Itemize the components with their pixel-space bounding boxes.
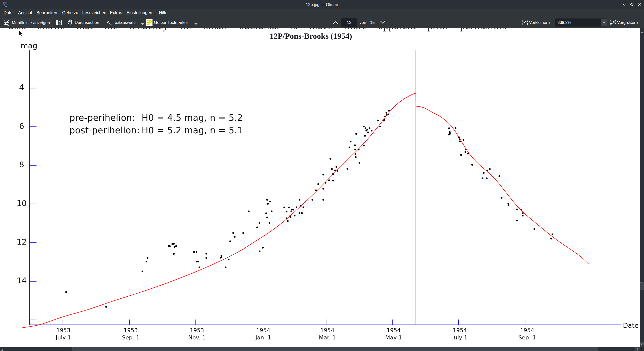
zoom-in-label: Vergrößern	[617, 20, 638, 25]
menu-hilfe[interactable]: Hilfe	[159, 9, 168, 17]
svg-text:14: 14	[17, 276, 27, 285]
okular-app-icon	[2, 2, 7, 9]
minimize-button[interactable]	[622, 3, 626, 7]
menu-lesezeichen[interactable]: Lesezeichen	[82, 9, 106, 17]
close-button[interactable]	[637, 3, 641, 7]
svg-text:Mar. 1: Mar. 1	[319, 334, 336, 341]
show-menubar-label: Menüleiste anzeigen	[12, 18, 50, 27]
horizontal-scrollbar[interactable]	[0, 347, 640, 351]
light-curve-chart: 4681012141953July 11953Sep. 11953Nov. 11…	[0, 28, 640, 347]
yellow-highlighter-icon	[146, 19, 153, 26]
horizontal-scrollbar-handle[interactable]	[72, 347, 598, 350]
okular-window: { "window": { "title": "12p.jpg — Okular…	[0, 0, 644, 351]
menu-gehe-zu[interactable]: Gehe zu	[62, 9, 78, 17]
svg-text:Jan. 1: Jan. 1	[255, 334, 271, 341]
menu-extras[interactable]: Extras	[110, 9, 122, 17]
toolbar: Menüleiste anzeigen Durchsuchen A Textau…	[0, 17, 644, 28]
browse-tool-button[interactable]	[67, 19, 73, 27]
page-number-field[interactable]: 13	[341, 18, 357, 27]
svg-text:Sep. 1: Sep. 1	[122, 334, 139, 341]
page-total-label: 15	[370, 20, 375, 25]
zoom-level-combobox[interactable]: 338,2%	[555, 18, 607, 27]
svg-text:July 1: July 1	[55, 334, 71, 341]
zoom-out-button[interactable]	[522, 19, 528, 26]
vertical-scrollbar-handle[interactable]	[640, 282, 643, 290]
vertical-scrollbar[interactable]	[640, 28, 644, 347]
text-selection-dropdown-arrow[interactable]	[141, 22, 144, 26]
svg-text:May 1: May 1	[385, 334, 402, 341]
sidebar-panel-icon	[56, 20, 62, 25]
zoom-out-label: Verkleinern	[529, 20, 550, 25]
show-menubar-icon	[4, 20, 9, 26]
zoom-in-icon	[610, 19, 616, 25]
svg-text:10: 10	[17, 199, 27, 208]
svg-text:Sep. 1: Sep. 1	[518, 334, 536, 341]
sidebar-toggle-button[interactable]	[56, 20, 62, 26]
hand-icon	[67, 19, 73, 26]
menu-bearbeiten[interactable]: Bearbeiten	[36, 9, 57, 17]
svg-text:1954: 1954	[387, 327, 401, 333]
menu-einstellungen[interactable]: Einstellungen	[127, 9, 152, 17]
zoom-combo-dropdown[interactable]	[601, 19, 607, 26]
svg-text:1953: 1953	[190, 327, 204, 333]
svg-text:1954: 1954	[256, 327, 270, 333]
svg-text:6: 6	[19, 121, 24, 131]
zoom-level-value[interactable]: 338,2%	[557, 19, 571, 26]
show-menubar-button[interactable]: Menüleiste anzeigen	[2, 18, 53, 27]
svg-text:1953: 1953	[124, 327, 138, 333]
next-page-button[interactable]	[380, 21, 386, 25]
scroll-down-arrow[interactable]	[640, 342, 644, 346]
highlighter-tool-label: Gelber Textmarker	[154, 20, 188, 25]
text-selection-icon: A	[107, 19, 112, 25]
scrollbar-corner	[640, 347, 644, 351]
document-viewport[interactable]: also shows that the tendency for small o…	[0, 28, 640, 347]
svg-text:1954: 1954	[320, 327, 334, 333]
menubar: DateiAnsichtBearbeitenGehe zuLesezeichen…	[0, 9, 644, 17]
svg-text:Nov. 1: Nov. 1	[188, 334, 206, 341]
menu-ansicht[interactable]: Ansicht	[18, 9, 32, 17]
svg-text:12: 12	[17, 237, 27, 247]
highlighter-tool-button[interactable]	[146, 19, 153, 27]
maximize-button[interactable]	[630, 3, 634, 7]
mouse-cursor	[19, 30, 24, 38]
previous-page-button[interactable]	[333, 21, 338, 25]
menu-datei[interactable]: Datei	[4, 9, 14, 17]
text-selection-button[interactable]: A	[107, 19, 112, 26]
page-of-label: von	[359, 20, 366, 25]
svg-text:A: A	[107, 20, 110, 25]
window-title: 12p.jpg — Okular	[0, 0, 644, 9]
svg-text:mag: mag	[21, 41, 37, 50]
svg-text:8: 8	[19, 160, 24, 169]
zoom-out-icon	[522, 19, 528, 25]
scroll-left-arrow[interactable]	[1, 348, 3, 351]
highlighter-dropdown-arrow[interactable]	[194, 22, 198, 26]
svg-text:1954: 1954	[520, 327, 534, 333]
scroll-right-arrow[interactable]	[635, 347, 639, 351]
svg-text:1954: 1954	[453, 327, 467, 333]
zoom-in-button[interactable]	[610, 19, 616, 26]
svg-text:Date: Date	[623, 322, 638, 329]
svg-text:4: 4	[19, 83, 24, 92]
titlebar[interactable]: 12p.jpg — Okular	[0, 0, 644, 9]
browse-tool-label: Durchsuchen	[75, 20, 99, 25]
svg-text:July 1: July 1	[452, 334, 468, 341]
scroll-up-arrow[interactable]	[641, 30, 643, 34]
text-selection-label: Textauswahl	[113, 20, 136, 25]
svg-text:1953: 1953	[56, 327, 70, 333]
toolbar-separator	[65, 19, 65, 26]
